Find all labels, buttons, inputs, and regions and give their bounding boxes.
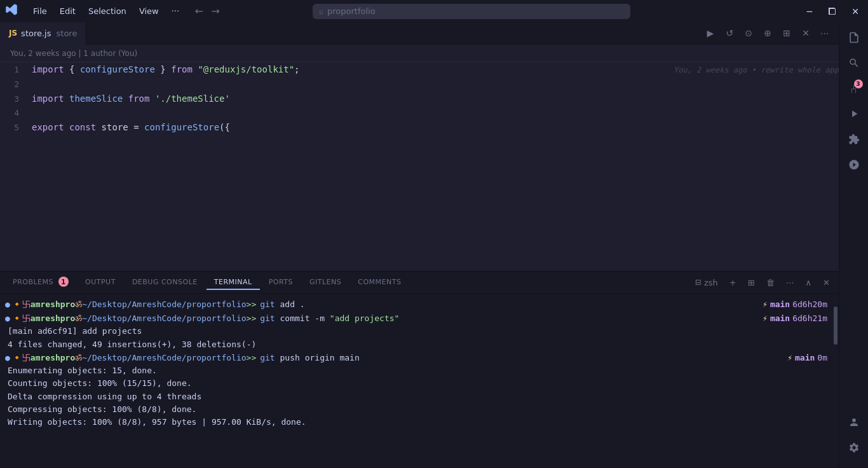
term-push-3: push origin main [280,353,360,362]
tab-toolbar: ▶ ↺ ⊙ ⊕ ⊞ ✕ ⋯ [703,25,839,41]
term-arrow-2: >> [247,312,257,325]
search-icon: ⌕ [319,7,323,16]
terminal-output-4: Counting objects: 100% (15/15), done. [5,377,827,390]
lightning-1: ⚡ [763,298,768,311]
gitlens-icon-btn[interactable] [844,155,864,175]
tab-debug-label: DEBUG CONSOLE [132,278,198,286]
search-icon-btn[interactable] [844,53,864,73]
output-text-6: Compressing objects: 100% (8/8), done. [5,403,196,416]
minimize-button[interactable]: ─ [803,4,816,19]
terminal-output-6: Compressing objects: 100% (8/8), done. [5,403,827,416]
nav-arrows: ← → [192,4,222,18]
term-emoji-2: 🔸 [11,312,22,326]
terminal-split-button[interactable]: ⊞ [744,277,759,289]
more-tab-button[interactable]: ⋯ [817,25,832,41]
code-line-3: 3 import themeSlice from './themeSlice' [0,92,839,106]
term-git-3: git [260,353,275,362]
lightning-2: ⚡ [763,312,768,325]
terminal-output-3: Enumerating objects: 15, done. [5,364,827,377]
terminal-shell-label[interactable]: ⊟ zsh [691,277,722,289]
tab-terminal-label: TERMINAL [214,278,252,286]
panel: PROBLEMS 1 OUTPUT DEBUG CONSOLE TERMINAL… [0,271,839,468]
line-number-5: 5 [0,121,32,135]
tab-gitlens-label: GITLENS [309,278,341,286]
code-line-2: 2 [0,77,839,92]
watch-button[interactable]: ↺ [722,25,737,41]
tab-comments-label: COMMENTS [358,278,401,286]
lens-button[interactable]: ⊙ [741,25,756,41]
close-button[interactable]: ✕ [848,4,863,19]
tab-output[interactable]: OUTPUT [78,275,123,290]
term-cmd-text-3: git push origin main [260,352,360,364]
forward-button[interactable]: → [208,4,222,18]
term-cmd-text-2: git commit -m "add projects" [260,312,399,325]
code-editor[interactable]: 1 import { configureStore } from "@redux… [0,62,839,271]
menu-more[interactable]: ··· [166,5,184,17]
close-tab-button[interactable]: ✕ [798,25,813,41]
source-control-icon-btn[interactable]: ⑃ 3 [844,78,864,99]
terminal-scrollbar[interactable] [832,294,839,468]
tab-ports[interactable]: PORTS [261,275,301,290]
tab-storejs[interactable]: JS store.js store [0,22,86,45]
line-content-4 [32,106,839,120]
terminal-more-button[interactable]: ⋯ [782,277,798,289]
terminal-line-1: ● 🔸 卐 amreshpro ॐ ~/Desktop/AmreshCode/p… [5,298,827,312]
search-bar[interactable]: ⌕ proportfolio [313,4,630,19]
line-number-3: 3 [0,93,32,106]
menu-bar: File Edit Selection View ··· [28,5,184,17]
tab-gitlens[interactable]: GITLENS [302,275,349,290]
term-commit-2: commit -m [280,313,330,323]
right-sidebar: ⑃ 3 [839,22,868,468]
terminal-output-1: [main ad6cf91] add projects [5,325,827,338]
tab-comments[interactable]: COMMENTS [350,275,409,290]
term-path-3: ~/Desktop/AmreshCode/proportfolio [82,352,246,364]
run-debug-icon-btn[interactable] [844,104,864,124]
tab-problems-label: PROBLEMS [13,278,53,286]
vscode-logo [5,3,18,19]
terminal-trash-button[interactable]: 🗑 [763,277,778,289]
split-button[interactable]: ⊞ [779,25,794,41]
menu-view[interactable]: View [134,5,164,17]
term-git-2: git [260,313,275,323]
run-button[interactable]: ▶ [703,25,718,41]
line-content-2 [32,77,839,91]
branch-main-1: main [770,298,790,311]
term-arrow-1: >> [247,298,257,311]
terminal-output-7: Writing objects: 100% (8/8), 957 bytes |… [5,416,827,429]
account-icon-btn[interactable] [844,412,864,432]
tab-terminal[interactable]: TERMINAL [207,275,260,290]
time-3: 0m [817,352,827,364]
panel-close-button[interactable]: ✕ [819,277,834,289]
back-button[interactable]: ← [192,4,206,18]
blame-bar: You, 2 weeks ago | 1 author (You) [0,45,839,62]
term-arrow-3: >> [247,352,257,364]
output-text-2: 4 files changed, 49 insertions(+), 38 de… [5,338,256,351]
tab-filename: store.js [21,29,51,38]
menu-selection[interactable]: Selection [83,5,132,17]
explorer-icon-btn[interactable] [844,27,864,48]
tab-bar: JS store.js store ▶ ↺ ⊙ ⊕ ⊞ ✕ ⋯ [0,22,839,45]
tab-problems[interactable]: PROBLEMS 1 [5,274,76,291]
code-line-5: 5 export const store = configureStore({ [0,120,839,135]
term-om-3: ॐ [75,352,82,364]
tab-output-label: OUTPUT [85,278,116,286]
term-swastika-3: 卐 [22,352,31,364]
branch-main-3: main [795,352,815,364]
maximize-button[interactable]: ⧠ [824,4,840,19]
terminal-body[interactable]: ● 🔸 卐 amreshpro ॐ ~/Desktop/AmreshCode/p… [0,294,832,468]
extensions-icon-btn[interactable] [844,129,864,149]
tab-debug-console[interactable]: DEBUG CONSOLE [125,275,205,290]
panel-inner: ● 🔸 卐 amreshpro ॐ ~/Desktop/AmreshCode/p… [0,294,839,468]
line-blame-1: You, 2 weeks ago • rewrite whole app [648,64,839,76]
settings-icon-btn[interactable] [844,437,864,458]
codelens-button[interactable]: ⊕ [760,25,775,41]
term-dot-3: ● [5,352,10,364]
output-text-7: Writing objects: 100% (8/8), 957 bytes |… [5,416,306,429]
search-text: proportfolio [327,6,376,16]
new-terminal-button[interactable]: + [726,277,740,289]
panel-expand-button[interactable]: ∧ [802,277,816,289]
branch-main-2: main [770,312,790,325]
menu-file[interactable]: File [28,5,52,17]
menu-edit[interactable]: Edit [55,5,81,17]
window-controls: ─ ⧠ ✕ [803,4,863,19]
